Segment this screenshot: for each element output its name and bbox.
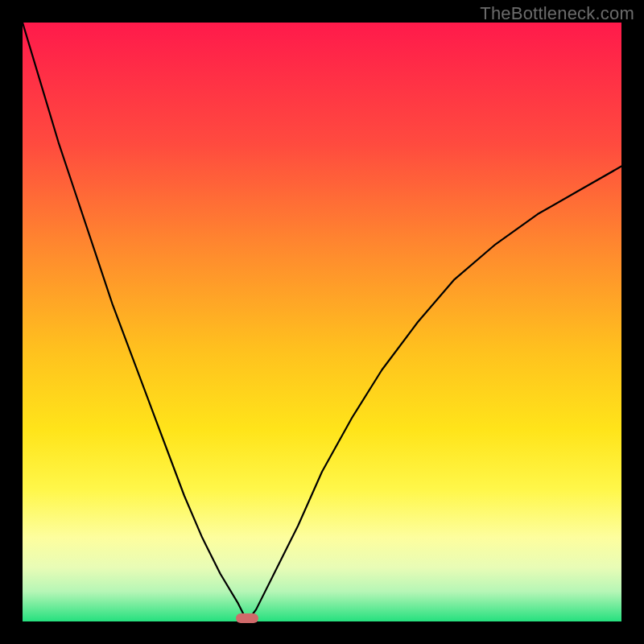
optimal-point-marker — [236, 613, 258, 623]
chart-curve — [23, 23, 621, 621]
watermark-text: TheBottleneck.com — [480, 3, 634, 24]
chart-frame — [23, 23, 621, 621]
